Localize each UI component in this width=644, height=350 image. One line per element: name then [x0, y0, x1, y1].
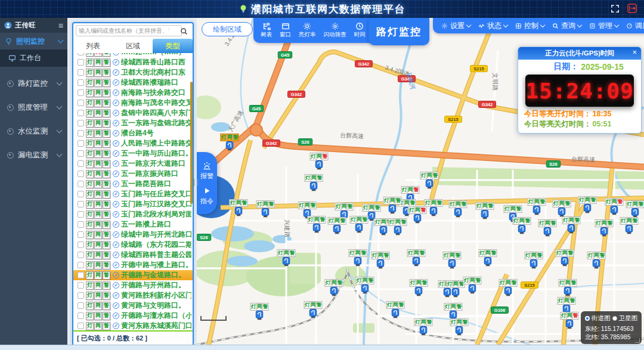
menu-wave[interactable]: 状态 [478, 21, 507, 31]
map-marker[interactable]: 灯网警 [356, 277, 374, 296]
sidebar-item-0[interactable]: 路灯监控 [0, 72, 67, 95]
list-item[interactable]: 灯网警✓五一路京开大道路口 [73, 159, 193, 169]
list-item[interactable]: 灯网警✓……路……（……） [73, 53, 193, 57]
list-item[interactable]: 灯网警✓玉门路北段水利局对面 [73, 209, 193, 219]
sidebar-item-workbench[interactable]: 工作台 [0, 49, 67, 67]
toolbar-tree-button[interactable]: 树表 [261, 22, 272, 39]
list-item[interactable]: 灯网警✓黄河路胜利新村小区门前。 [73, 290, 193, 301]
map-marker[interactable]: 灯网警 [310, 153, 329, 172]
item-checkbox[interactable] [78, 59, 84, 66]
list-item[interactable]: 灯网警✓开德路与澶水路口（小学… [73, 311, 193, 321]
toolbar-sun-button[interactable]: 亮灯率 [299, 22, 316, 39]
map-marker[interactable]: 灯网警 [328, 217, 346, 237]
sidebar-item-2[interactable]: 水位监测 [0, 119, 67, 143]
item-checkbox[interactable] [78, 100, 84, 106]
list-item[interactable]: 灯网警✓南海路与扶余路交口 [73, 88, 193, 98]
streetlight-monitor-tab[interactable]: 路灯监控 [369, 18, 429, 45]
item-checkbox[interactable] [78, 262, 84, 268]
menu-dial[interactable]: 调压 [626, 21, 644, 31]
item-checkbox[interactable] [78, 272, 84, 278]
map-marker[interactable]: 灯网警 [305, 174, 323, 194]
map-marker[interactable]: 灯网警 [476, 202, 494, 222]
layer-label[interactable]: 卫星图 [619, 314, 638, 323]
tab-region[interactable]: 区域 [113, 39, 153, 53]
list-item[interactable]: 灯网警✓绿城西路濮瑞路口 [73, 78, 193, 88]
map-marker[interactable]: 灯网警 [304, 301, 323, 321]
map-marker[interactable]: 灯网警 [605, 198, 624, 218]
map-marker[interactable]: 灯网警 [325, 279, 343, 299]
list-item[interactable]: 灯网警✓玉门路与任丘路交叉口 [73, 189, 193, 199]
sidebar-item-1[interactable]: 照度管理 [0, 95, 67, 119]
list-item[interactable]: 灯网警✓南海路与茂名中路交叉口 [73, 98, 193, 108]
list-item[interactable]: 灯网警✓绿城路（东方花园二期门… [73, 240, 193, 250]
list-item[interactable]: 灯网警✓绿城西路科普主题公园门… [73, 250, 193, 260]
map-marker[interactable]: 灯网警 [410, 279, 428, 299]
map-marker[interactable]: 灯网警 [528, 198, 546, 218]
map-marker[interactable]: 灯网警 [562, 216, 581, 236]
map-marker[interactable]: 灯网警 [499, 279, 518, 299]
list-item[interactable]: 灯网警✓人民路与濮上中路路交叉… [73, 138, 193, 148]
item-checkbox[interactable] [78, 130, 84, 137]
map-marker[interactable]: 灯网警 [463, 277, 482, 296]
tab-list[interactable]: 列表 [73, 39, 113, 53]
list-item[interactable]: 灯网警✓开德路与金堤路口。 [73, 270, 193, 280]
sidebar-section-lighting[interactable]: 照明监控 [0, 33, 67, 49]
map-marker[interactable]: 灯网警 [308, 216, 326, 236]
item-checkbox[interactable] [78, 53, 84, 55]
map-marker[interactable]: 灯网警 [525, 252, 543, 271]
item-checkbox[interactable] [78, 323, 84, 329]
list-item[interactable]: 灯网警✓五一东路与盘锦北路交叉口 [73, 118, 193, 128]
panel-resize-icon[interactable] [635, 338, 640, 343]
item-checkbox[interactable] [78, 150, 84, 157]
map-marker[interactable]: 灯网警 [407, 249, 426, 269]
map-marker[interactable]: 灯网警 [221, 134, 239, 153]
toolbar-sun2-button[interactable]: 闪动筛查 [324, 22, 346, 39]
toolbar-clock-button[interactable]: 时间 [354, 22, 366, 39]
list-item[interactable]: 灯网警✓五一路京振兴路口 [73, 169, 193, 179]
map-marker[interactable]: 灯网警 [414, 318, 433, 338]
item-checkbox[interactable] [78, 252, 84, 258]
toolbar-window-button[interactable]: 窗口 [280, 22, 291, 39]
tab-type[interactable]: 类型 [153, 39, 193, 53]
map-marker[interactable]: 灯网警 [450, 318, 469, 338]
map-marker[interactable]: 灯网警 [595, 219, 614, 239]
map-marker[interactable]: 灯网警 [559, 279, 577, 299]
map-marker[interactable]: 灯网警 [420, 172, 439, 191]
item-checkbox[interactable] [78, 140, 84, 147]
map-marker[interactable]: 灯网警 [250, 303, 269, 323]
item-checkbox[interactable] [78, 120, 84, 126]
alarm-button[interactable]: 报警 [200, 161, 213, 181]
item-checkbox[interactable] [78, 69, 84, 76]
list-item[interactable]: 灯网警✓卫都大街北商村口东 [73, 67, 193, 78]
map-marker[interactable]: 灯网警 [383, 197, 402, 216]
menu-grid[interactable]: 控制 [515, 21, 544, 31]
item-checkbox[interactable] [78, 302, 84, 309]
menu-toggle-icon[interactable]: ≡ [58, 23, 63, 29]
map-marker[interactable]: 灯网警 [447, 280, 465, 300]
item-checkbox[interactable] [78, 171, 84, 177]
map-marker[interactable]: 灯网警 [513, 217, 531, 237]
item-checkbox[interactable] [78, 282, 84, 289]
map-marker[interactable]: 灯网警 [349, 249, 367, 269]
map-area[interactable]: G45G45G342G342G342G342G342S215S215S215S2… [197, 18, 644, 345]
sidebar-item-3[interactable]: 漏电监测 [0, 143, 67, 167]
item-checkbox[interactable] [78, 79, 84, 86]
list-item[interactable]: 灯网警✓濮台路4号 [73, 128, 193, 138]
map-marker[interactable]: 灯网警 [425, 199, 443, 219]
map-marker[interactable]: 灯网警 [556, 249, 574, 269]
list-item[interactable]: 灯网警✓五一路昆吾路口 [73, 179, 193, 189]
item-checkbox[interactable] [78, 110, 84, 116]
map-marker[interactable]: 灯网警 [277, 249, 296, 269]
panel-resize-handle[interactable] [194, 179, 198, 186]
item-checkbox[interactable] [78, 231, 84, 238]
menu-search[interactable]: 查询 [552, 21, 581, 31]
map-marker[interactable]: 灯网警 [350, 216, 369, 236]
search-input[interactable] [76, 25, 182, 36]
item-checkbox[interactable] [78, 181, 84, 187]
search-icon[interactable] [180, 27, 188, 35]
fullscreen-icon[interactable] [609, 2, 621, 14]
item-checkbox[interactable] [78, 201, 84, 207]
list-scrollbar[interactable] [190, 82, 193, 204]
layer-label[interactable]: 街道图 [592, 314, 611, 323]
list-item[interactable]: 灯网警✓五一路濮上路口 [73, 219, 193, 230]
